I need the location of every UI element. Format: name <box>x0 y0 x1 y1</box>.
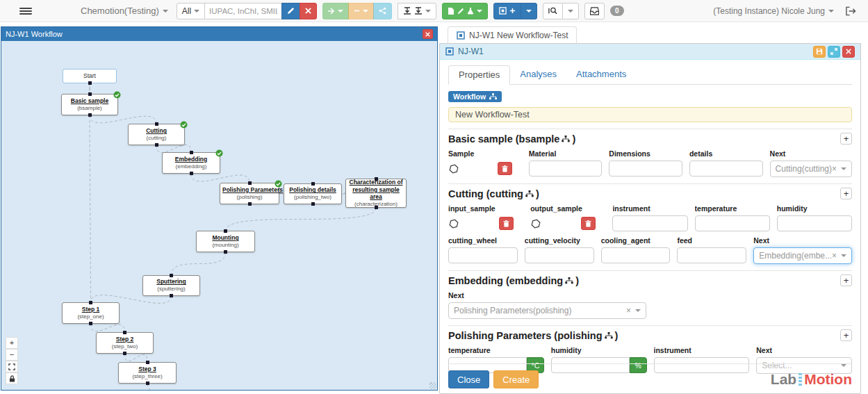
feed-input[interactable] <box>677 247 746 263</box>
instrument-input[interactable] <box>612 215 687 231</box>
clear-icon[interactable]: × <box>832 251 837 261</box>
remove-sample-button[interactable] <box>499 217 514 230</box>
brand-menu[interactable]: Chemotion(Testing) <box>81 6 168 16</box>
logout-button[interactable] <box>841 3 861 19</box>
material-input[interactable] <box>529 161 603 177</box>
workflow-canvas[interactable]: StartBasic sample(bsample)Cutting(cuttin… <box>1 41 437 390</box>
clear-icon[interactable]: × <box>832 164 837 174</box>
sample-hexagon-icon[interactable] <box>447 217 460 230</box>
workflow-node-characterization[interactable]: Characterization of resulting sample are… <box>345 179 407 208</box>
user-menu[interactable]: (Testing Instance) Nicole Jung <box>713 6 834 16</box>
hamburger-menu-icon[interactable] <box>17 6 35 16</box>
close-button[interactable]: Close <box>448 370 489 388</box>
sample-hexagon-icon[interactable] <box>447 162 460 175</box>
search-scope-button[interactable]: All <box>177 3 205 19</box>
tab-attachments[interactable]: Attachments <box>566 65 636 84</box>
share-button[interactable] <box>373 3 392 19</box>
workflow-node-polishing_two[interactable]: Polishing details(polishing_two) <box>284 183 342 204</box>
node-handle[interactable] <box>248 181 252 185</box>
move-to-collection-button[interactable] <box>322 3 349 19</box>
node-handle[interactable] <box>224 250 227 254</box>
node-handle[interactable] <box>88 92 92 96</box>
workflow-node-mounting[interactable]: Mounting(mounting) <box>196 231 255 252</box>
node-handle[interactable] <box>375 206 378 209</box>
create-button[interactable]: Create <box>493 370 539 388</box>
cutting-wheel-input[interactable] <box>448 247 518 263</box>
chevron-down-icon[interactable] <box>841 254 846 257</box>
detail-tab[interactable]: NJ-W1 New Workflow-Test <box>448 26 577 43</box>
fit-view-button[interactable] <box>6 361 18 372</box>
lock-button[interactable] <box>6 372 18 384</box>
workflow-node-sputtering[interactable]: Sputtering(sputtering) <box>142 275 200 296</box>
humidity-input[interactable] <box>777 215 852 231</box>
chevron-down-icon[interactable] <box>635 309 641 312</box>
tab-properties[interactable]: Properties <box>448 65 510 85</box>
add-field-button[interactable]: + <box>840 274 852 286</box>
clear-icon[interactable]: × <box>626 306 631 315</box>
zoom-in-button[interactable]: + <box>6 337 18 349</box>
canvas-resize-grip[interactable] <box>429 382 436 389</box>
node-handle[interactable] <box>89 301 92 304</box>
node-handle[interactable] <box>248 202 252 206</box>
add-field-button[interactable]: + <box>840 329 852 341</box>
scan-file-button[interactable] <box>442 3 488 19</box>
node-handle[interactable] <box>155 122 158 126</box>
workflow-node-embedding[interactable]: Embedding(embedding) <box>162 152 220 174</box>
field-label: output_sample <box>530 204 605 213</box>
search-input[interactable] <box>204 3 282 19</box>
node-handle[interactable] <box>146 381 149 385</box>
clear-search-button[interactable] <box>300 3 317 19</box>
node-handle[interactable] <box>123 352 126 355</box>
dimensions-input[interactable] <box>609 161 682 177</box>
node-handle[interactable] <box>88 113 92 117</box>
workflow-node-polishing[interactable]: Polishing Parameters(polishing) <box>220 183 279 204</box>
add-field-button[interactable]: + <box>840 188 852 199</box>
add-field-button[interactable]: + <box>840 133 852 145</box>
close-workflow-panel-button[interactable] <box>423 29 433 39</box>
close-detail-button[interactable] <box>842 46 855 58</box>
inbox-button[interactable] <box>584 3 605 19</box>
add-element-dropdown[interactable] <box>521 3 537 19</box>
node-handle[interactable] <box>88 81 92 85</box>
next-select[interactable]: Embedding(embe...× <box>753 247 852 264</box>
workflow-node-bsample[interactable]: Basic sample(bsample) <box>61 94 118 115</box>
save-button[interactable] <box>813 46 826 58</box>
structure-search-button[interactable] <box>543 3 563 19</box>
next-select[interactable]: Cutting(cutting)× <box>770 161 852 177</box>
temperature-input[interactable] <box>695 215 770 231</box>
node-handle[interactable] <box>170 274 173 277</box>
node-handle[interactable] <box>89 322 92 325</box>
remove-sample-button[interactable] <box>581 217 596 230</box>
sample-hexagon-icon[interactable] <box>529 217 542 230</box>
workflow-node-start[interactable]: Start <box>63 69 117 83</box>
structure-search-dropdown[interactable] <box>562 3 579 19</box>
workflow-node-step_three[interactable]: Step 3(step_three) <box>118 362 177 384</box>
node-handle[interactable] <box>224 229 227 233</box>
cutting-velocity-input[interactable] <box>525 247 594 263</box>
remove-from-collection-button[interactable] <box>348 3 374 19</box>
chevron-down-icon[interactable] <box>841 167 846 170</box>
remove-sample-button[interactable] <box>498 162 512 175</box>
node-handle[interactable] <box>311 202 315 206</box>
node-handle[interactable] <box>375 177 378 181</box>
workflow-node-cutting[interactable]: Cutting(cutting) <box>128 124 185 145</box>
cooling-agent-input[interactable] <box>601 247 671 263</box>
details-input[interactable] <box>689 161 763 177</box>
tab-analyses[interactable]: Analyses <box>510 65 566 84</box>
node-handle[interactable] <box>170 294 173 297</box>
draw-structure-button[interactable] <box>281 3 300 19</box>
node-handle[interactable] <box>190 151 193 154</box>
node-handle[interactable] <box>311 182 315 186</box>
workflow-name-input[interactable] <box>448 107 852 122</box>
workflow-node-step_one[interactable]: Step 1(step_one) <box>62 302 120 324</box>
fullscreen-button[interactable] <box>828 46 840 58</box>
node-handle[interactable] <box>155 143 158 147</box>
node-handle[interactable] <box>146 361 149 364</box>
node-handle[interactable] <box>190 172 193 175</box>
zoom-out-button[interactable]: − <box>6 349 18 361</box>
next-select[interactable]: Polishing Parameters(polishing)× <box>448 302 646 319</box>
add-element-button[interactable] <box>493 3 521 19</box>
node-handle[interactable] <box>123 331 126 334</box>
workflow-node-step_two[interactable]: Step 2(step_two) <box>96 332 154 354</box>
export-samples-button[interactable] <box>398 3 436 19</box>
